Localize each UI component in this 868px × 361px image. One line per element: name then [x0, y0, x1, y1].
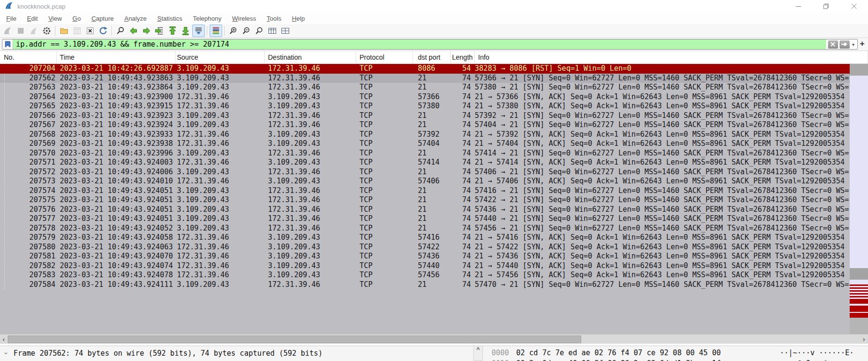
packet-row[interactable]: 2075802023-03-21 10:49:43.924063172.31.3… — [0, 243, 868, 252]
packet-row[interactable]: 2075702023-03-21 10:49:43.9239963.109.20… — [0, 149, 868, 158]
hex-line[interactable]: 001000 3c 0d cc 40 00 3f 06 86 2a 03 6d … — [483, 359, 868, 361]
menu-view[interactable]: View — [43, 13, 67, 24]
packet-row[interactable]: 2075832023-03-21 10:49:43.924078172.31.3… — [0, 271, 868, 280]
menu-tools[interactable]: Tools — [261, 13, 286, 24]
menu-capture[interactable]: Capture — [86, 13, 119, 24]
reload-file-button[interactable] — [97, 25, 109, 37]
packet-row[interactable]: 2075722023-03-21 10:49:43.9240063.109.20… — [0, 168, 868, 177]
packet-list: 2072042023-03-21 10:42:26.6928873.109.20… — [0, 64, 868, 289]
column-header-source[interactable]: Source — [175, 51, 265, 64]
menu-telephony[interactable]: Telephony — [187, 13, 227, 24]
start-capture-button[interactable] — [1, 25, 14, 37]
add-filter-button[interactable]: + — [858, 39, 867, 48]
resize-columns-button[interactable] — [266, 25, 279, 37]
first-packet-button[interactable] — [166, 25, 179, 37]
packet-row[interactable]: 2075762023-03-21 10:49:43.9240513.109.20… — [0, 205, 868, 215]
title-bar: knockknock.pcap — [0, 0, 868, 13]
reset-layout-button[interactable] — [279, 25, 292, 37]
packet-cell-proto: TCP — [356, 243, 413, 252]
scroll-right-icon[interactable]: › — [860, 335, 868, 344]
packet-row[interactable]: 2075692023-03-21 10:49:43.923938172.31.3… — [0, 139, 868, 149]
zoom-out-button[interactable] — [240, 25, 253, 37]
menu-edit[interactable]: Edit — [22, 13, 43, 24]
packet-row[interactable]: 2075732023-03-21 10:49:43.924010172.31.3… — [0, 177, 868, 186]
filter-bookmark-button[interactable] — [2, 39, 13, 49]
scrollbar-minimap-mark — [850, 299, 868, 304]
menu-analyze[interactable]: Analyze — [119, 13, 152, 24]
menu-go[interactable]: Go — [67, 13, 86, 24]
packet-row[interactable]: 2075752023-03-21 10:49:43.9240513.109.20… — [0, 195, 868, 205]
detail-pane-scrollbar[interactable]: ^ — [473, 346, 483, 361]
packet-row[interactable]: 2075792023-03-21 10:49:43.924058172.31.3… — [0, 233, 868, 243]
restart-capture-button[interactable] — [27, 25, 40, 37]
colorize-packets-button[interactable] — [210, 25, 222, 37]
menu-help[interactable]: Help — [287, 13, 310, 24]
hex-line[interactable]: 000002 cd 7c 7e ed ae 02 76 f4 07 ce 92 … — [483, 348, 868, 357]
find-packet-button[interactable] — [114, 25, 127, 37]
clear-filter-button[interactable] — [828, 40, 838, 49]
menu-file[interactable]: File — [1, 13, 22, 24]
menu-statistics[interactable]: Statistics — [152, 13, 187, 24]
close-file-button[interactable] — [84, 25, 96, 37]
packet-cell-dst: 3.109.209.43 — [265, 233, 356, 243]
apply-filter-button[interactable] — [840, 40, 850, 49]
packet-row[interactable]: 2075682023-03-21 10:49:43.923933172.31.3… — [0, 130, 868, 140]
packet-row[interactable]: 2075652023-03-21 10:49:43.923915172.31.3… — [0, 102, 868, 111]
close-button[interactable] — [840, 0, 868, 13]
next-packet-button[interactable] — [140, 25, 153, 37]
packet-row[interactable]: 2075782023-03-21 10:49:43.9240523.109.20… — [0, 224, 868, 233]
packet-cell-proto: TCP — [356, 261, 413, 271]
column-header-protocol[interactable]: Protocol — [356, 51, 413, 64]
packet-row[interactable]: 2075812023-03-21 10:49:43.924070172.31.3… — [0, 252, 868, 261]
packet-row[interactable]: 2075622023-03-21 10:49:43.9238633.109.20… — [0, 74, 868, 83]
zoom-in-button[interactable] — [227, 25, 240, 37]
save-file-button[interactable] — [71, 25, 83, 37]
packet-cell-dst: 172.31.39.46 — [265, 149, 356, 158]
zoom-original-button[interactable] — [253, 25, 266, 37]
packet-row[interactable]: 2075712023-03-21 10:49:43.924003172.31.3… — [0, 158, 868, 168]
wireshark-window: knockknock.pcap FileEditViewGoCaptureAna… — [0, 0, 868, 361]
column-header-destination[interactable]: Destination — [265, 51, 356, 64]
column-header-no[interactable]: No. — [0, 51, 57, 64]
column-header-info[interactable]: Info — [475, 51, 868, 64]
restore-button[interactable] — [812, 0, 840, 13]
auto-scroll-button[interactable] — [192, 25, 205, 37]
horizontal-scrollbar[interactable]: ‹ › — [0, 334, 868, 344]
frame-tree-item[interactable]: › Frame 207562: 74 bytes on wire (592 bi… — [0, 348, 473, 358]
stop-capture-button[interactable] — [14, 25, 27, 37]
packet-row[interactable]: 2075742023-03-21 10:49:43.9240513.109.20… — [0, 186, 868, 196]
last-packet-button[interactable] — [179, 25, 192, 37]
scroll-up-icon[interactable]: ^ — [476, 346, 480, 361]
packet-row[interactable]: 2075772023-03-21 10:49:43.9240513.109.20… — [0, 214, 868, 224]
packet-row[interactable]: 2075822023-03-21 10:49:43.924074172.31.3… — [0, 261, 868, 271]
packet-row[interactable]: 2075642023-03-21 10:49:43.923900172.31.3… — [0, 92, 868, 102]
apply-filter-icon — [841, 42, 847, 47]
display-filter-input[interactable]: ip.addr == 3.109.209.43 && frame.number … — [2, 39, 858, 50]
expand-chevron-icon[interactable]: › — [2, 350, 10, 357]
packet-row[interactable]: 2075672023-03-21 10:49:43.9239243.109.20… — [0, 120, 868, 130]
column-header-time[interactable]: Time — [57, 51, 175, 64]
filter-expression-text[interactable]: ip.addr == 3.109.209.43 && frame.number … — [13, 40, 826, 49]
vertical-scroll-thumb[interactable] — [850, 268, 868, 280]
packet-row[interactable]: 2075842023-03-21 10:49:43.9241113.109.20… — [0, 280, 868, 290]
menu-wireless[interactable]: Wireless — [227, 13, 262, 24]
packet-cell-dst: 172.31.39.46 — [265, 214, 356, 224]
previous-packet-button[interactable] — [127, 25, 140, 37]
open-file-button[interactable] — [58, 25, 70, 37]
capture-options-button[interactable] — [40, 25, 53, 37]
packet-cell-no: 207584 — [0, 280, 57, 290]
horizontal-scroll-thumb[interactable] — [8, 335, 581, 343]
filter-dropdown-button[interactable]: ▾ — [851, 42, 855, 47]
packet-list-scrollbar[interactable] — [850, 64, 868, 334]
column-header-length[interactable]: Length — [451, 51, 475, 64]
packet-row[interactable]: 2075632023-03-21 10:49:43.9238643.109.20… — [0, 83, 868, 92]
column-header-dst-port[interactable]: dst port — [413, 51, 451, 64]
packet-row[interactable]: 2072042023-03-21 10:42:26.6928873.109.20… — [0, 64, 868, 74]
packet-cell-dport: 57404 — [413, 139, 451, 149]
capture-options-icon — [42, 26, 52, 36]
goto-packet-button[interactable] — [153, 25, 166, 37]
packet-cell-src: 172.31.39.46 — [175, 130, 265, 140]
packet-row[interactable]: 2075662023-03-21 10:49:43.9239233.109.20… — [0, 111, 868, 121]
minimize-button[interactable] — [784, 0, 812, 13]
scroll-left-icon[interactable]: ‹ — [0, 335, 7, 344]
